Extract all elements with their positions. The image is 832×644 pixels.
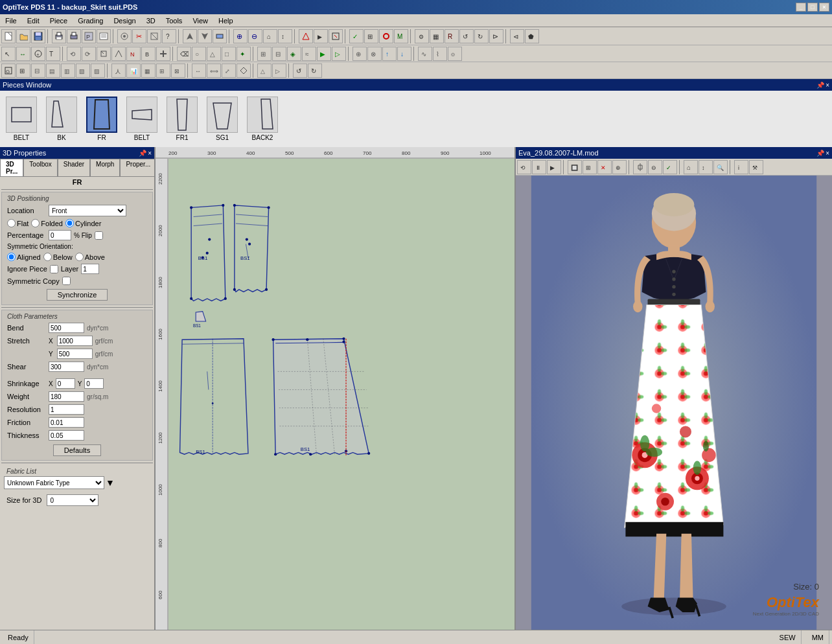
t3-18[interactable]: ▷ — [272, 63, 286, 78]
tb6[interactable]: ✂ — [132, 29, 146, 43]
t2-7[interactable] — [97, 47, 111, 61]
shrinkage-y-input[interactable] — [84, 378, 104, 389]
menu-design[interactable]: Design — [111, 16, 138, 25]
weight-input[interactable] — [49, 391, 84, 402]
tb17[interactable]: ▶ — [314, 29, 328, 43]
t2-9[interactable]: N — [126, 47, 141, 61]
menu-grading[interactable]: Grading — [75, 16, 106, 25]
t2-1[interactable]: ↖ — [1, 47, 16, 61]
3d-tb11[interactable]: ⌂ — [684, 160, 698, 174]
aligned-radio[interactable]: Aligned — [7, 253, 41, 261]
tab-shader[interactable]: Shader — [58, 159, 90, 176]
piece-item-back2[interactable]: BACK2 — [246, 97, 279, 141]
location-select[interactable]: Front Back Left Right — [49, 205, 126, 216]
open-btn[interactable] — [16, 29, 30, 43]
3d-tb7[interactable]: ⊕ — [612, 160, 627, 174]
panel-pin[interactable]: 📌 — [139, 150, 146, 157]
t3-13[interactable]: ↔ — [192, 63, 206, 78]
tab-morph[interactable]: Morph — [90, 159, 120, 176]
tb15[interactable]: ↕ — [278, 29, 292, 43]
print2-btn[interactable] — [67, 29, 81, 43]
t2-28[interactable]: ⌇ — [433, 47, 447, 61]
flip-checkbox[interactable] — [95, 231, 103, 240]
t3-11[interactable]: ⊞ — [156, 63, 170, 78]
piece-item-fr[interactable]: FR — [86, 97, 118, 141]
tb8[interactable]: ? — [162, 29, 176, 43]
t3-5[interactable]: ▥ — [61, 63, 75, 78]
t3-9[interactable]: 📊 — [126, 63, 141, 78]
tab-proper[interactable]: Proper... — [120, 159, 156, 176]
3d-tb2[interactable]: ⏸ — [532, 160, 546, 174]
friction-input[interactable] — [49, 417, 84, 428]
menu-3d[interactable]: 3D — [144, 16, 158, 25]
print-btn[interactable] — [52, 29, 66, 43]
layer-input[interactable] — [81, 264, 99, 274]
tb29[interactable]: ⊲ — [510, 29, 524, 43]
tb28[interactable]: ⊳ — [489, 29, 503, 43]
t2-15[interactable]: □ — [222, 47, 236, 61]
t2-12[interactable]: ⌫ — [177, 47, 191, 61]
menu-edit[interactable]: Edit — [25, 16, 42, 25]
t3-14[interactable]: ⟺ — [207, 63, 221, 78]
t3-10[interactable]: ▦ — [141, 63, 156, 78]
shear-input[interactable] — [49, 362, 84, 372]
tb30[interactable]: ⬟ — [525, 29, 539, 43]
piece-item-belt2[interactable]: BELT — [126, 97, 158, 141]
t2-3[interactable]: + — [31, 47, 45, 61]
3d-tb12[interactable]: ↕ — [699, 160, 713, 174]
t3-16[interactable] — [237, 63, 251, 78]
fabric-dropdown[interactable]: Unknown Fabric Type — [4, 476, 104, 489]
3d-tb8[interactable] — [633, 160, 647, 174]
tb12[interactable]: ⊕ — [233, 29, 248, 43]
menu-file[interactable]: File — [3, 16, 19, 25]
tb22[interactable]: M — [394, 29, 408, 43]
t3-3[interactable]: ⊟ — [31, 63, 45, 78]
3d-tb13[interactable]: 🔍 — [713, 160, 728, 174]
maximize-btn[interactable]: □ — [807, 3, 818, 12]
t2-13[interactable]: ○ — [192, 47, 206, 61]
t3-17[interactable]: △ — [257, 63, 272, 78]
t2-19[interactable]: ◈ — [287, 47, 301, 61]
t3-7[interactable]: ▨ — [91, 63, 105, 78]
3d-tb4[interactable]: 🔲 — [568, 160, 582, 174]
t2-14[interactable]: △ — [207, 47, 221, 61]
folded-radio[interactable]: Folded — [31, 219, 63, 227]
t3-12[interactable]: ⊠ — [171, 63, 185, 78]
tb10[interactable] — [198, 29, 212, 43]
model-pin[interactable]: 📌 — [816, 150, 824, 157]
t3-2[interactable]: ⊞ — [16, 63, 30, 78]
t3-8[interactable]: 人 — [111, 63, 126, 78]
t2-18[interactable]: ⊟ — [272, 47, 286, 61]
menu-view[interactable]: View — [190, 16, 211, 25]
pieces-close[interactable]: × — [826, 82, 829, 89]
defaults-btn[interactable]: Defaults — [53, 444, 101, 456]
new-btn[interactable] — [1, 29, 16, 43]
tab-toolbox[interactable]: Toolbox — [23, 159, 57, 176]
tb19[interactable]: ✓ — [349, 29, 364, 43]
tab-3d-props[interactable]: 3D Pr... — [0, 159, 23, 176]
bend-input[interactable] — [49, 323, 84, 333]
tb25[interactable]: R — [445, 29, 459, 43]
t3-6[interactable]: ▧ — [76, 63, 90, 78]
above-radio[interactable]: Above — [75, 253, 105, 261]
t2-4[interactable]: T — [46, 47, 60, 61]
shrinkage-x-input[interactable] — [56, 378, 75, 389]
t3-1[interactable]: G — [1, 63, 16, 78]
3d-tb9[interactable]: ⊖ — [648, 160, 662, 174]
synchronize-btn[interactable]: Synchronize — [47, 289, 108, 301]
t2-6[interactable]: ⟳ — [82, 47, 96, 61]
menu-help[interactable]: Help — [216, 16, 236, 25]
t2-8[interactable] — [111, 47, 126, 61]
tb27[interactable]: ↻ — [474, 29, 489, 43]
t3-4[interactable]: ▤ — [46, 63, 60, 78]
tb20[interactable]: ⊞ — [364, 29, 378, 43]
piece-item-bk[interactable]: BK — [45, 97, 78, 141]
fabric-dropdown-arrow[interactable]: ▼ — [106, 477, 115, 488]
3d-tb3[interactable]: ▶ — [547, 160, 561, 174]
save-btn[interactable] — [31, 29, 45, 43]
cylinder-radio[interactable]: Cylinder — [65, 219, 101, 227]
percentage-input[interactable] — [49, 230, 71, 240]
tb14[interactable]: ⌂ — [263, 29, 277, 43]
menu-piece[interactable]: Piece — [47, 16, 71, 25]
model-close[interactable]: × — [826, 150, 829, 157]
